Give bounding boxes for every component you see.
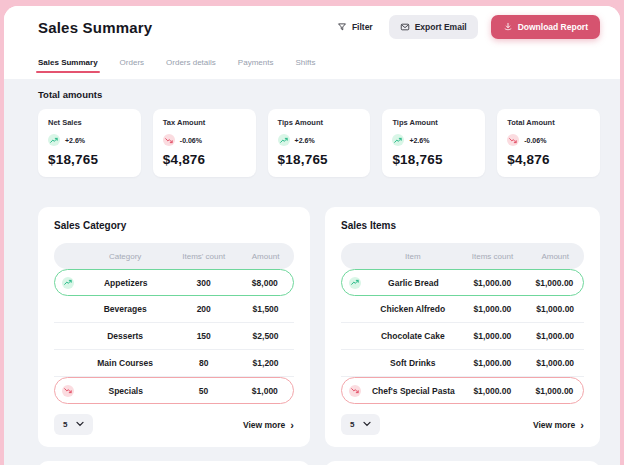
- column-header: Category: [80, 252, 170, 261]
- column-header: Amount: [237, 252, 294, 261]
- row-name: Chicken Alfredo: [367, 304, 459, 314]
- content-area: Total amounts Net Sales +2.6% $18,765 Ta…: [4, 79, 620, 465]
- column-header: Amount: [526, 252, 584, 261]
- row-amount: $1,200: [237, 358, 294, 368]
- row-name: Desserts: [80, 331, 170, 341]
- tab-bar: Sales SummaryOrdersOrders detailsPayment…: [4, 48, 620, 79]
- trend-down-icon: [62, 385, 74, 397]
- column-header: Items' count: [170, 252, 237, 261]
- chevron-right-icon: ›: [290, 421, 294, 429]
- row-name: Main Courses: [80, 358, 170, 368]
- stat-label: Tips Amount: [392, 118, 475, 127]
- trend-up-icon: [62, 277, 74, 289]
- stat-change: +2.6%: [65, 137, 85, 144]
- export-email-button-label: Export Email: [415, 22, 467, 32]
- row-name: Soft Drinks: [367, 358, 459, 368]
- stat-card: Tax Amount -0.06% $4,876: [153, 109, 256, 177]
- table-header: ItemItems countAmount: [341, 243, 584, 269]
- row-count: $1,000.00: [459, 278, 526, 288]
- page-size-value: 5: [63, 420, 67, 429]
- filter-button[interactable]: Filter: [331, 16, 379, 38]
- row-name: Garlic Bread: [368, 278, 459, 288]
- stat-amount: $18,765: [48, 152, 131, 167]
- chevron-down-icon: [363, 420, 371, 429]
- row-amount: $8,000: [237, 278, 293, 288]
- stat-cards: Net Sales +2.6% $18,765 Tax Amount -0.06…: [38, 109, 600, 177]
- page-title: Sales Summary: [38, 19, 152, 36]
- panel-title: Sales Category: [54, 220, 294, 231]
- trend-up-icon: [278, 134, 290, 146]
- stat-trend: -0.06%: [163, 134, 246, 146]
- download-report-button-label: Download Report: [518, 22, 588, 32]
- stat-card: Total Amount -0.06% $4,876: [497, 109, 600, 177]
- stat-label: Tips Amount: [278, 118, 361, 127]
- row-amount: $1,000: [237, 386, 293, 396]
- row-amount: $1,000.00: [526, 278, 583, 288]
- tab-orders[interactable]: Orders: [120, 53, 144, 74]
- stat-card: Net Sales +2.6% $18,765: [38, 109, 141, 177]
- page-size-dropdown[interactable]: 5: [341, 414, 380, 435]
- export-email-button[interactable]: Export Email: [389, 15, 478, 39]
- view-more-link[interactable]: View more ›: [243, 420, 294, 430]
- row-count: $1,000.00: [459, 358, 527, 368]
- row-count: $1,000.00: [459, 304, 527, 314]
- table-row: Specials 50 $1,000: [54, 377, 294, 404]
- panel-title: Sales Items: [341, 220, 584, 231]
- table-row: Garlic Bread $1,000.00 $1,000.00: [341, 269, 584, 296]
- tab-sales-summary[interactable]: Sales Summary: [38, 53, 98, 74]
- row-count: $1,000.00: [459, 386, 526, 396]
- view-more-label: View more: [243, 420, 285, 430]
- download-report-button[interactable]: Download Report: [491, 15, 600, 39]
- tab-shifts[interactable]: Shifts: [295, 53, 315, 74]
- stat-amount: $18,765: [278, 152, 361, 167]
- download-icon: [503, 22, 513, 32]
- view-more-link[interactable]: View more ›: [533, 420, 584, 430]
- table-row: Appetizers 300 $8,000: [54, 269, 294, 296]
- row-count: $1,000.00: [459, 331, 527, 341]
- stat-label: Tax Amount: [163, 118, 246, 127]
- row-name: Chef's Special Pasta: [368, 386, 459, 396]
- stat-label: Net Sales: [48, 118, 131, 127]
- table-header: CategoryItems' countAmount: [54, 243, 294, 269]
- page: Sales Summary Filter Export Email Downlo…: [4, 6, 620, 465]
- trend-down-icon: [349, 385, 361, 397]
- bottom-cards-row: [38, 461, 600, 465]
- trend-down-icon: [163, 134, 175, 146]
- row-amount: $1,000.00: [526, 331, 584, 341]
- chevron-down-icon: [76, 420, 84, 429]
- row-name: Chocolate Cake: [367, 331, 459, 341]
- stat-amount: $4,876: [507, 152, 590, 167]
- stat-amount: $4,876: [163, 152, 246, 167]
- row-amount: $1,000.00: [526, 386, 583, 396]
- stat-card: Tips Amount +2.6% $18,765: [268, 109, 371, 177]
- envelope-icon: [400, 22, 410, 32]
- view-more-label: View more: [533, 420, 575, 430]
- stat-trend: +2.6%: [392, 134, 475, 146]
- table-row: Beverages 200 $1,500: [54, 296, 294, 323]
- column-header: Item: [367, 252, 459, 261]
- page-header: Sales Summary Filter Export Email Downlo…: [4, 6, 620, 48]
- tab-payments[interactable]: Payments: [238, 53, 274, 74]
- page-size-dropdown[interactable]: 5: [54, 414, 93, 435]
- table-row: Chicken Alfredo $1,000.00 $1,000.00: [341, 296, 584, 323]
- partial-card: [38, 461, 310, 465]
- page-size-value: 5: [350, 420, 354, 429]
- table-row: Main Courses 80 $1,200: [54, 350, 294, 377]
- table-row: Chef's Special Pasta $1,000.00 $1,000.00: [341, 377, 584, 404]
- row-count: 80: [170, 358, 237, 368]
- filter-button-label: Filter: [352, 22, 373, 32]
- tab-orders-details[interactable]: Orders details: [166, 53, 216, 74]
- table-footer: 5 View more ›: [54, 414, 294, 435]
- row-name: Appetizers: [81, 278, 170, 288]
- trend-up-icon: [392, 134, 404, 146]
- stat-trend: +2.6%: [278, 134, 361, 146]
- row-amount: $1,500: [237, 304, 294, 314]
- table-footer: 5 View more ›: [341, 414, 584, 435]
- row-count: 150: [170, 331, 237, 341]
- panel-sales-category: Sales Category CategoryItems' countAmoun…: [38, 207, 310, 447]
- table-body: Appetizers 300 $8,000 Beverages 200 $1,5…: [54, 269, 294, 404]
- stat-trend: +2.6%: [48, 134, 131, 146]
- row-name: Beverages: [80, 304, 170, 314]
- row-count: 50: [170, 386, 236, 396]
- stat-amount: $18,765: [392, 152, 475, 167]
